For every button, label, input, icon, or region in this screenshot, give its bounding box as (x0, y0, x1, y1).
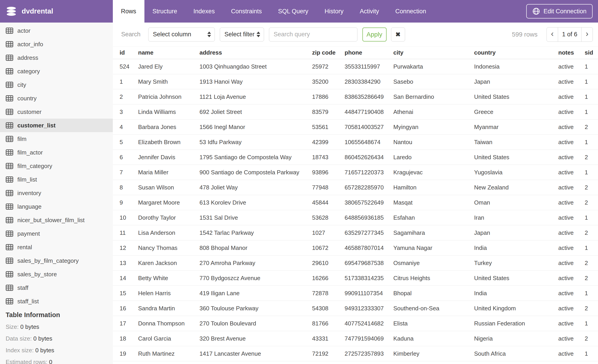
cell-country: United States (474, 275, 558, 282)
sidebar-item-label: film (17, 136, 26, 143)
sidebar-item-film[interactable]: film (0, 132, 113, 146)
sidebar-item-sales-by-store[interactable]: sales_by_store (0, 267, 113, 281)
column-header-id[interactable]: id (120, 49, 138, 56)
app-window: dvdrental actor actor_info address categ… (0, 0, 598, 364)
table-grid-icon (6, 82, 13, 88)
cell-notes: active (558, 93, 585, 100)
table-row[interactable]: 524Jared Ely1003 Qinhuangdao Street25972… (113, 59, 598, 74)
sidebar-item-film-category[interactable]: film_category (0, 159, 113, 173)
table-row[interactable]: 18Carol Garcia320 Brest Avenue4333174779… (113, 331, 598, 346)
next-page-button[interactable]: › (581, 27, 593, 41)
sidebar-item-actor[interactable]: actor (0, 24, 113, 37)
filter-select-value: Select filter (224, 31, 255, 38)
sidebar-item-category[interactable]: category (0, 65, 113, 78)
table-row[interactable]: 14Betty White770 Bydgoszcz Avenue1626651… (113, 271, 598, 286)
column-header-zip-code[interactable]: zip code (312, 49, 345, 56)
table-row[interactable]: 19Ruth Martinez1417 Lancaster Avenue7219… (113, 346, 598, 361)
sidebar-item-label: customer (17, 108, 42, 115)
sidebar-item-inventory[interactable]: inventory (0, 186, 113, 200)
table-row[interactable]: 4Barbara Jones1566 Inegl Manor5356170581… (113, 120, 598, 135)
cell-name: Dorothy Taylor (138, 214, 199, 221)
table-grid-icon (6, 285, 13, 291)
cell-city: Hamilton (393, 184, 474, 191)
column-header-sid[interactable]: sid (585, 49, 598, 56)
tab-structure[interactable]: Structure (144, 0, 185, 23)
rows-count: 599 rows (512, 31, 538, 38)
close-icon: ✖ (395, 31, 400, 38)
sidebar-item-staff[interactable]: staff (0, 281, 113, 295)
search-query-input[interactable] (269, 27, 357, 41)
cell-zip-code: 16266 (312, 275, 345, 282)
sidebar-item-actor-info[interactable]: actor_info (0, 37, 113, 51)
column-header-notes[interactable]: notes (558, 49, 585, 56)
cell-name: Karen Jackson (138, 259, 199, 267)
table-row[interactable]: 1Mary Smith1913 Hanoi Way352002830338429… (113, 74, 598, 89)
table-row[interactable]: 3Linda Williams692 Joliet Street83579448… (113, 105, 598, 120)
apply-button[interactable]: Apply (362, 27, 387, 41)
table-row[interactable]: 7Maria Miller900 Santiago de Compostela … (113, 165, 598, 180)
table-row[interactable]: 6Jennifer Davis1795 Santiago de Composte… (113, 150, 598, 165)
cell-sid: 1 (585, 214, 598, 221)
cell-name: Jennifer Davis (138, 154, 199, 161)
table-row[interactable]: 8Susan Wilson478 Joliet Way7794865728228… (113, 180, 598, 195)
sidebar-item-film-list[interactable]: film_list (0, 173, 113, 186)
table-row[interactable]: 13Karen Jackson270 Amroha Parkway2961069… (113, 256, 598, 271)
cell-country: United States (474, 93, 558, 100)
column-header-city[interactable]: city (393, 49, 474, 56)
sidebar-item-label: staff_list (17, 298, 39, 305)
column-select[interactable]: Select column (148, 27, 215, 41)
cell-address: 419 Iligan Lane (199, 290, 312, 297)
tab-indexes[interactable]: Indexes (185, 0, 223, 23)
sidebar-item-address[interactable]: address (0, 51, 113, 65)
sidebar-item-film-actor[interactable]: film_actor (0, 146, 113, 159)
column-header-country[interactable]: country (474, 49, 558, 56)
info-line-size: Size: 0 bytes (6, 324, 113, 330)
sidebar-item-country[interactable]: country (0, 92, 113, 105)
table-row[interactable]: 2Patricia Johnson1121 Loja Avenue1788683… (113, 89, 598, 105)
tab-connection[interactable]: Connection (387, 0, 434, 23)
cell-zip-code: 54308 (312, 305, 345, 312)
clear-filter-button[interactable]: ✖ (391, 27, 405, 41)
column-header-address[interactable]: address (199, 49, 312, 56)
sidebar-item-sales-by-film-category[interactable]: sales_by_film_category (0, 254, 113, 267)
edit-connection-button[interactable]: Edit Connection (526, 4, 593, 18)
tab-rows[interactable]: Rows (113, 0, 144, 23)
sidebar-header: dvdrental (0, 0, 113, 23)
table-row[interactable]: 10Dorothy Taylor1531 Sal Drive5362864885… (113, 210, 598, 225)
sidebar-item-staff-list[interactable]: staff_list (0, 295, 113, 308)
table-row[interactable]: 17Donna Thompson270 Toulon Boulevard8176… (113, 316, 598, 331)
table-row[interactable]: 16Sandra Martin360 Toulouse Parkway54308… (113, 301, 598, 316)
table-grid-icon (6, 258, 13, 264)
sidebar-item-language[interactable]: language (0, 200, 113, 213)
cell-country: New Zealand (474, 184, 558, 191)
edit-connection-label: Edit Connection (543, 8, 587, 15)
tab-history[interactable]: History (316, 0, 352, 23)
table-row[interactable]: 12Nancy Thomas808 Bhopal Manor1067246588… (113, 240, 598, 256)
sidebar-item-city[interactable]: city (0, 78, 113, 92)
tab-sql-query[interactable]: SQL Query (270, 0, 316, 23)
tab-constraints[interactable]: Constraints (223, 0, 270, 23)
table-row[interactable]: 11Lisa Anderson1542 Tarlac Parkway102763… (113, 225, 598, 240)
sidebar-item-customer-list[interactable]: customer_list (0, 119, 113, 132)
cell-address: 1566 Inegl Manor (199, 124, 312, 130)
table-row[interactable]: 9Margaret Moore613 Korolev Drive45844380… (113, 195, 598, 210)
sidebar-item-customer[interactable]: customer (0, 105, 113, 119)
column-header-name[interactable]: name (138, 49, 199, 56)
sidebar-item-nicer-but-slower-film-list[interactable]: nicer_but_slower_film_list (0, 213, 113, 227)
table-list: actor actor_info address category city c… (0, 23, 113, 308)
column-header-phone[interactable]: phone (345, 49, 393, 56)
cell-phone: 838635286649 (345, 93, 393, 100)
table-row[interactable]: 15Helen Harris419 Iligan Lane72878990911… (113, 286, 598, 301)
tab-activity[interactable]: Activity (352, 0, 387, 23)
sidebar-item-rental[interactable]: rental (0, 240, 113, 254)
sidebar-item-label: customer_list (17, 122, 56, 129)
filter-toolbar: Search Select column Select filter Apply… (113, 23, 598, 46)
cell-city: Citrus Heights (393, 275, 474, 282)
prev-page-button[interactable]: ‹ (547, 27, 558, 41)
filter-select[interactable]: Select filter (220, 27, 264, 41)
table-row[interactable]: 5Elizabeth Brown53 Idfu Parkway423991065… (113, 135, 598, 150)
cell-city: Masqat (393, 199, 474, 206)
cell-country: United States (474, 154, 558, 161)
sidebar-item-payment[interactable]: payment (0, 227, 113, 240)
cell-zip-code: 1027 (312, 229, 345, 236)
